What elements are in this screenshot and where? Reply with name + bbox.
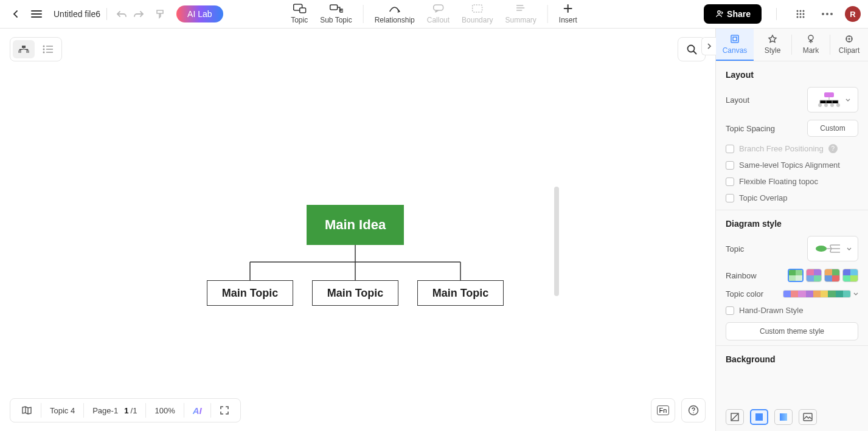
svg-point-32 bbox=[818, 103, 822, 107]
svg-point-18 bbox=[830, 13, 833, 15]
help-icon[interactable]: ? bbox=[828, 144, 838, 153]
svg-point-33 bbox=[824, 103, 828, 107]
chevron-right-icon bbox=[707, 43, 712, 50]
divider bbox=[547, 5, 548, 23]
tab-label: Canvas bbox=[723, 46, 748, 55]
tool-topic[interactable]: Topic bbox=[285, 1, 314, 26]
topic-preview-icon bbox=[814, 241, 844, 257]
ai-lab-button[interactable]: AI Lab bbox=[176, 5, 223, 22]
more-button[interactable] bbox=[818, 5, 836, 23]
collapse-panel-button[interactable] bbox=[701, 37, 716, 55]
svg-point-12 bbox=[803, 13, 805, 15]
chevron-down-icon[interactable] bbox=[853, 292, 858, 295]
menu-button[interactable] bbox=[28, 5, 45, 22]
spacing-label: Topic Spacing bbox=[726, 124, 775, 133]
redo-button[interactable] bbox=[130, 5, 147, 22]
svg-point-25 bbox=[688, 46, 695, 52]
topbar-right: Share R bbox=[704, 4, 861, 24]
tool-insert[interactable]: Insert bbox=[553, 1, 583, 26]
svg-point-34 bbox=[830, 103, 834, 107]
mindmap-view-icon bbox=[18, 45, 30, 53]
bottom-right-buttons: Fn bbox=[651, 398, 706, 422]
background-options bbox=[716, 409, 868, 431]
rainbow-opt-4[interactable] bbox=[842, 269, 858, 282]
topic-style-selector[interactable] bbox=[807, 236, 858, 261]
layout-selector[interactable] bbox=[807, 87, 858, 112]
view-mindmap-button[interactable] bbox=[13, 40, 35, 58]
bg-image[interactable] bbox=[799, 409, 817, 425]
ai-button[interactable]: AI bbox=[184, 399, 210, 422]
svg-rect-2 bbox=[330, 5, 337, 10]
hamburger-icon bbox=[31, 10, 42, 18]
tool-label: Sub Topic bbox=[320, 16, 352, 24]
file-name[interactable]: Untitled file6 bbox=[54, 9, 100, 19]
chevron-down-icon bbox=[845, 98, 850, 102]
callout-icon bbox=[432, 4, 443, 13]
fn-icon: Fn bbox=[657, 405, 670, 415]
svg-point-22 bbox=[43, 46, 45, 47]
tool-label: Insert bbox=[559, 16, 577, 24]
tool-relationship[interactable]: Relationship bbox=[369, 1, 421, 26]
bg-gradient[interactable] bbox=[774, 409, 793, 425]
tab-clipart[interactable]: Clipart bbox=[830, 29, 868, 61]
back-button[interactable] bbox=[7, 5, 24, 22]
tool-callout: Callout bbox=[421, 1, 456, 26]
apps-button[interactable] bbox=[791, 5, 810, 23]
checkbox[interactable] bbox=[726, 194, 734, 202]
boundary-icon bbox=[472, 4, 483, 13]
checkbox[interactable] bbox=[726, 161, 734, 170]
child-node[interactable]: Main Topic bbox=[417, 280, 504, 306]
undo-button[interactable] bbox=[113, 5, 130, 22]
page-indicator[interactable]: Page-1 1 / 1 bbox=[84, 399, 145, 422]
vertical-scrollbar[interactable] bbox=[554, 187, 559, 296]
svg-point-9 bbox=[803, 10, 805, 12]
tab-mark[interactable]: Mark bbox=[792, 29, 830, 61]
view-outline-button[interactable] bbox=[37, 40, 59, 58]
share-button[interactable]: Share bbox=[704, 4, 762, 24]
topic-count[interactable]: Topic 4 bbox=[41, 399, 83, 422]
map-view-button[interactable] bbox=[13, 399, 41, 422]
format-painter-button[interactable] bbox=[152, 5, 169, 22]
zoom-level[interactable]: 100% bbox=[146, 399, 183, 422]
root-node[interactable]: Main Idea bbox=[307, 205, 404, 245]
help-icon bbox=[688, 405, 699, 416]
spacing-button[interactable]: Custom bbox=[807, 120, 858, 137]
panel-body: Layout Layout Topic Spacing Custom Branc… bbox=[716, 61, 868, 409]
layout-preview-icon bbox=[815, 91, 843, 109]
child-node[interactable]: Main Topic bbox=[312, 280, 398, 306]
tool-subtopic[interactable]: Sub Topic bbox=[314, 1, 358, 26]
canvas-area[interactable]: Main Idea Main Topic Main Topic Main Top… bbox=[0, 29, 715, 431]
fullscreen-button[interactable] bbox=[211, 399, 238, 422]
user-avatar[interactable]: R bbox=[845, 6, 861, 22]
bg-solid[interactable] bbox=[750, 409, 768, 425]
custom-theme-button[interactable]: Custom theme style bbox=[726, 322, 858, 340]
bg-none[interactable] bbox=[726, 409, 744, 425]
mark-icon bbox=[806, 34, 816, 44]
tool-label: Relationship bbox=[375, 16, 415, 24]
svg-rect-38 bbox=[755, 413, 763, 421]
tab-style[interactable]: Style bbox=[754, 29, 791, 61]
rainbow-opt-2[interactable] bbox=[806, 269, 822, 282]
rainbow-opt-1[interactable] bbox=[788, 269, 804, 282]
svg-point-7 bbox=[797, 10, 799, 12]
svg-point-30 bbox=[849, 38, 850, 40]
topic-color-strip[interactable] bbox=[783, 290, 851, 298]
checkbox-branch-free: Branch Free Positioning ? bbox=[726, 144, 858, 153]
checkbox[interactable] bbox=[726, 306, 734, 315]
format-painter-icon bbox=[155, 9, 166, 19]
tab-canvas[interactable]: Canvas bbox=[716, 29, 754, 61]
rainbow-opt-3[interactable] bbox=[824, 269, 840, 282]
svg-rect-40 bbox=[804, 413, 812, 421]
checkbox-handdrawn[interactable]: Hand-Drawn Style bbox=[726, 306, 858, 315]
checkbox[interactable] bbox=[726, 178, 734, 186]
checkbox-overlap[interactable]: Topic Overlap bbox=[726, 193, 858, 202]
checkbox-flexible[interactable]: Flexible Floating topoc bbox=[726, 177, 858, 186]
help-button[interactable] bbox=[681, 398, 706, 422]
svg-point-6 bbox=[718, 11, 720, 13]
checkbox-same-level[interactable]: Same-level Topics Alignment bbox=[726, 160, 858, 170]
style-icon bbox=[768, 34, 777, 44]
share-label: Share bbox=[727, 9, 751, 19]
topiccolor-label: Topic color bbox=[726, 289, 763, 298]
child-node[interactable]: Main Topic bbox=[207, 280, 293, 306]
fn-button[interactable]: Fn bbox=[651, 398, 675, 422]
